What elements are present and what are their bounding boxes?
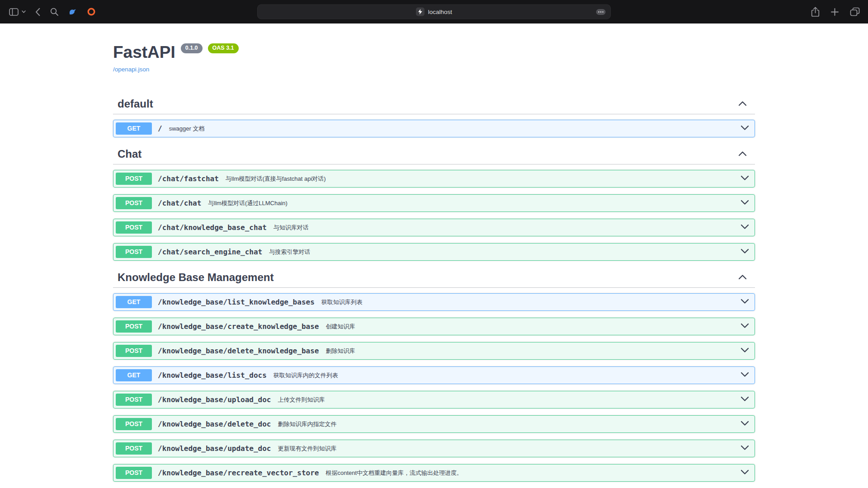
operation-row[interactable]: POST /chat/knowledge_base_chat 与知识库对话 xyxy=(113,219,755,236)
operations-list: GET / swagger 文档 xyxy=(113,120,755,137)
expand-operation-button[interactable] xyxy=(741,445,749,452)
toolbar-left-group xyxy=(0,7,96,16)
operation-path: /chat/fastchat xyxy=(158,174,219,183)
api-info: FastAPI 0.1.0 OAS 3.1 /openapi.json xyxy=(113,43,755,73)
operations-list: GET /knowledge_base/list_knowledge_bases… xyxy=(113,293,755,482)
sidebar-controls xyxy=(9,8,26,16)
search-icon[interactable] xyxy=(50,7,59,16)
swagger-page: FastAPI 0.1.0 OAS 3.1 /openapi.json defa… xyxy=(113,23,755,482)
tag-header[interactable]: Knowledge Base Management xyxy=(113,267,755,288)
operation-row[interactable]: POST /knowledge_base/delete_knowledge_ba… xyxy=(113,342,755,360)
operation-description: 获取知识库列表 xyxy=(321,298,363,306)
method-badge: POST xyxy=(116,467,152,479)
operation-row[interactable]: POST /knowledge_base/update_doc 更新现有文件到知… xyxy=(113,440,755,457)
operation-path: /knowledge_base/update_doc xyxy=(158,444,271,453)
tab-overview-icon[interactable] xyxy=(850,7,860,16)
operation-row[interactable]: POST /knowledge_base/recreate_vector_sto… xyxy=(113,464,755,482)
api-title-text: FastAPI xyxy=(113,43,175,62)
page-settings-icon[interactable] xyxy=(596,9,606,15)
chevron-down-icon xyxy=(741,249,749,255)
operation-row[interactable]: POST /knowledge_base/delete_doc 删除知识库内指定… xyxy=(113,415,755,433)
chevron-down-icon xyxy=(741,347,749,354)
operation-row[interactable]: POST /chat/fastchat 与llm模型对话(直接与fastchat… xyxy=(113,170,755,188)
expand-operation-button[interactable] xyxy=(741,249,749,255)
expand-operation-button[interactable] xyxy=(741,372,749,379)
version-badge: 0.1.0 xyxy=(181,43,203,53)
site-favicon-icon xyxy=(416,8,425,16)
chevron-up-icon xyxy=(738,274,747,281)
operation-description: 与知识库对话 xyxy=(274,224,309,232)
operations-list: POST /chat/fastchat 与llm模型对话(直接与fastchat… xyxy=(113,170,755,261)
operation-path: /knowledge_base/recreate_vector_store xyxy=(158,469,319,477)
method-badge: POST xyxy=(116,320,152,333)
expand-operation-button[interactable] xyxy=(741,175,749,182)
expand-operation-button[interactable] xyxy=(741,469,749,476)
chevron-down-icon xyxy=(741,469,749,476)
tag-title: Knowledge Base Management xyxy=(118,271,738,284)
collapse-section-button[interactable] xyxy=(738,101,747,108)
operation-path: /chat/chat xyxy=(158,199,201,207)
chevron-up-icon xyxy=(738,101,747,108)
method-badge: GET xyxy=(116,369,152,381)
operation-row[interactable]: GET / swagger 文档 xyxy=(113,120,755,137)
operation-description: 与搜索引擎对话 xyxy=(269,248,310,256)
chevron-down-icon xyxy=(741,445,749,452)
url-text: localhost xyxy=(428,9,452,15)
chevron-down-icon xyxy=(741,200,749,206)
operation-description: 创建知识库 xyxy=(326,323,355,331)
operation-path: /knowledge_base/delete_doc xyxy=(158,420,271,428)
tag-section: Knowledge Base Management GET /knowledge… xyxy=(113,267,755,482)
tag-header[interactable]: default xyxy=(113,94,755,114)
chevron-down-icon xyxy=(741,372,749,379)
tag-sections: default GET / swagger 文档 Chat xyxy=(113,94,755,482)
chevron-down-icon xyxy=(741,421,749,427)
tag-title: default xyxy=(118,98,738,110)
operation-description: 根据content中文档重建向量库，流式输出处理进度。 xyxy=(326,469,462,477)
operation-path: / xyxy=(158,124,162,133)
extension-blue-icon[interactable] xyxy=(68,7,77,16)
operation-row[interactable]: POST /knowledge_base/upload_doc 上传文件到知识库 xyxy=(113,391,755,408)
operation-row[interactable]: GET /knowledge_base/list_knowledge_bases… xyxy=(113,293,755,311)
chevron-down-icon xyxy=(741,125,749,132)
operation-row[interactable]: POST /chat/search_engine_chat 与搜索引擎对话 xyxy=(113,243,755,261)
operation-row[interactable]: POST /chat/chat 与llm模型对话(通过LLMChain) xyxy=(113,194,755,212)
operation-row[interactable]: GET /knowledge_base/list_docs 获取知识库内的文件列… xyxy=(113,366,755,384)
method-badge: POST xyxy=(116,173,152,185)
expand-operation-button[interactable] xyxy=(741,347,749,354)
expand-operation-button[interactable] xyxy=(741,125,749,132)
address-bar[interactable]: localhost xyxy=(257,5,611,19)
chevron-down-icon xyxy=(741,323,749,330)
operation-path: /knowledge_base/list_docs xyxy=(158,371,267,380)
operation-description: 与llm模型对话(直接与fastchat api对话) xyxy=(226,175,326,183)
expand-operation-button[interactable] xyxy=(741,421,749,427)
method-badge: GET xyxy=(116,296,152,308)
collapse-section-button[interactable] xyxy=(738,151,747,158)
method-badge: POST xyxy=(116,221,152,234)
expand-operation-button[interactable] xyxy=(741,396,749,403)
tag-section: default GET / swagger 文档 xyxy=(113,94,755,137)
collapse-section-button[interactable] xyxy=(738,274,747,281)
expand-operation-button[interactable] xyxy=(741,224,749,231)
oas-badge: OAS 3.1 xyxy=(208,43,239,53)
expand-operation-button[interactable] xyxy=(741,200,749,206)
expand-operation-button[interactable] xyxy=(741,299,749,305)
openapi-json-link[interactable]: /openapi.json xyxy=(113,66,149,73)
expand-operation-button[interactable] xyxy=(741,323,749,330)
sidebar-toggle-icon[interactable] xyxy=(9,8,19,16)
operation-description: 上传文件到知识库 xyxy=(278,396,325,404)
operation-row[interactable]: POST /knowledge_base/create_knowledge_ba… xyxy=(113,318,755,335)
chevron-down-icon xyxy=(741,224,749,231)
operation-path: /chat/knowledge_base_chat xyxy=(158,223,267,232)
method-badge: POST xyxy=(116,442,152,455)
sidebar-chevron-down-icon[interactable] xyxy=(22,10,26,13)
back-icon[interactable] xyxy=(35,8,40,16)
new-tab-icon[interactable] xyxy=(830,8,839,16)
extension-orange-icon[interactable] xyxy=(87,7,96,16)
chevron-up-icon xyxy=(738,151,747,158)
share-icon[interactable] xyxy=(811,7,820,17)
tag-header[interactable]: Chat xyxy=(113,144,755,164)
chevron-down-icon xyxy=(741,396,749,403)
method-badge: POST xyxy=(116,418,152,430)
chevron-down-icon xyxy=(741,299,749,305)
operation-description: 删除知识库内指定文件 xyxy=(278,420,336,428)
